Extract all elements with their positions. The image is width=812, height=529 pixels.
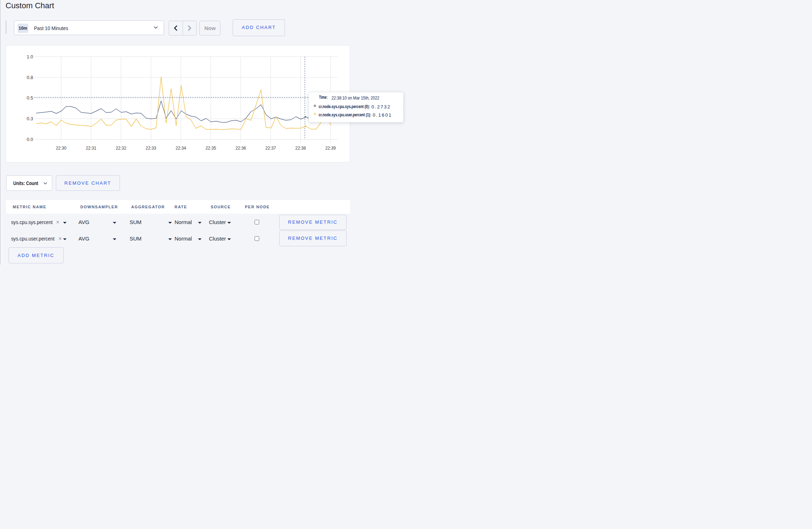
svg-text:22:34: 22:34 (175, 145, 186, 151)
svg-text:22:31: 22:31 (86, 145, 96, 151)
svg-text:0.3: 0.3 (26, 116, 33, 121)
svg-text:22:35: 22:35 (206, 145, 216, 151)
svg-text:22:30: 22:30 (56, 145, 67, 151)
svg-text:22:38: 22:38 (295, 145, 306, 151)
svg-text:1.0: 1.0 (26, 54, 33, 59)
svg-text:22:32: 22:32 (116, 145, 126, 151)
svg-text:22:37: 22:37 (265, 145, 276, 151)
svg-text:22:39: 22:39 (325, 145, 336, 151)
svg-text:0.8: 0.8 (26, 74, 33, 80)
svg-text:22:33: 22:33 (145, 145, 156, 151)
svg-text:0.0: 0.0 (26, 136, 33, 142)
svg-text:22:36: 22:36 (235, 145, 246, 151)
svg-text:0.5: 0.5 (26, 95, 33, 101)
